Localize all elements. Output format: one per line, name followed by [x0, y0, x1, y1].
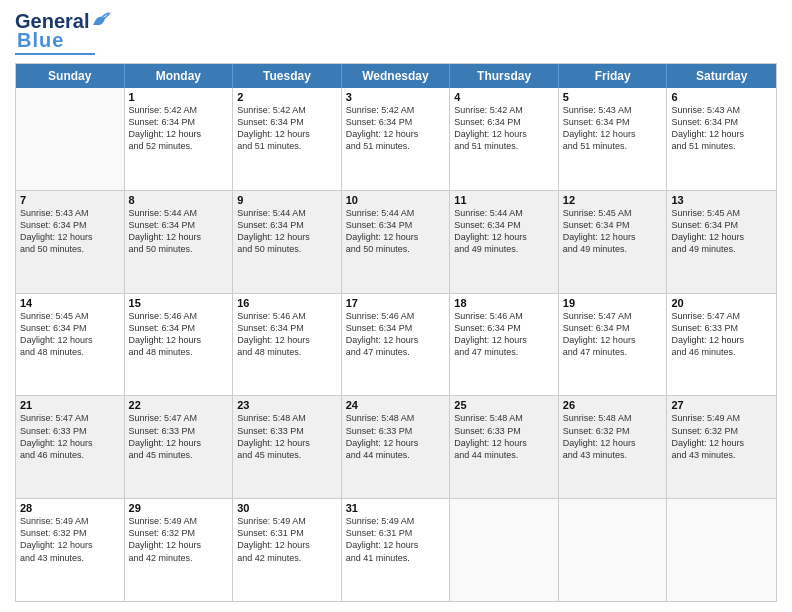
- cell-line: Sunset: 6:32 PM: [563, 425, 663, 437]
- cell-line: Daylight: 12 hours: [237, 128, 337, 140]
- cell-line: Sunset: 6:34 PM: [454, 116, 554, 128]
- cell-line: and 46 minutes.: [20, 449, 120, 461]
- cell-line: Daylight: 12 hours: [454, 334, 554, 346]
- cell-line: Daylight: 12 hours: [237, 437, 337, 449]
- cell-line: Sunset: 6:34 PM: [346, 116, 446, 128]
- cell-line: Daylight: 12 hours: [20, 539, 120, 551]
- calendar-header-cell: Monday: [125, 64, 234, 88]
- cell-line: and 51 minutes.: [671, 140, 772, 152]
- calendar-cell: 20Sunrise: 5:47 AMSunset: 6:33 PMDayligh…: [667, 294, 776, 396]
- logo-blue-text: Blue: [17, 29, 64, 52]
- cell-line: Sunrise: 5:43 AM: [671, 104, 772, 116]
- cell-line: and 48 minutes.: [237, 346, 337, 358]
- cell-line: Daylight: 12 hours: [346, 437, 446, 449]
- calendar-cell: 26Sunrise: 5:48 AMSunset: 6:32 PMDayligh…: [559, 396, 668, 498]
- cell-line: Sunset: 6:34 PM: [563, 116, 663, 128]
- day-number: 4: [454, 91, 554, 103]
- cell-line: Daylight: 12 hours: [346, 231, 446, 243]
- cell-line: Sunset: 6:34 PM: [129, 116, 229, 128]
- cell-line: Sunset: 6:34 PM: [563, 322, 663, 334]
- calendar-header-cell: Tuesday: [233, 64, 342, 88]
- day-number: 5: [563, 91, 663, 103]
- calendar: SundayMondayTuesdayWednesdayThursdayFrid…: [15, 63, 777, 602]
- cell-line: Daylight: 12 hours: [671, 334, 772, 346]
- cell-line: Sunset: 6:34 PM: [237, 116, 337, 128]
- cell-line: Daylight: 12 hours: [237, 334, 337, 346]
- cell-line: Daylight: 12 hours: [454, 231, 554, 243]
- calendar-cell: 1Sunrise: 5:42 AMSunset: 6:34 PMDaylight…: [125, 88, 234, 190]
- calendar-cell: 8Sunrise: 5:44 AMSunset: 6:34 PMDaylight…: [125, 191, 234, 293]
- calendar-cell: 12Sunrise: 5:45 AMSunset: 6:34 PMDayligh…: [559, 191, 668, 293]
- day-number: 22: [129, 399, 229, 411]
- cell-line: Daylight: 12 hours: [454, 128, 554, 140]
- calendar-cell: 17Sunrise: 5:46 AMSunset: 6:34 PMDayligh…: [342, 294, 451, 396]
- calendar-cell: 16Sunrise: 5:46 AMSunset: 6:34 PMDayligh…: [233, 294, 342, 396]
- cell-line: Sunrise: 5:46 AM: [237, 310, 337, 322]
- cell-line: and 51 minutes.: [237, 140, 337, 152]
- cell-line: Sunrise: 5:49 AM: [346, 515, 446, 527]
- cell-line: Daylight: 12 hours: [20, 437, 120, 449]
- cell-line: and 41 minutes.: [346, 552, 446, 564]
- cell-line: Sunset: 6:34 PM: [454, 219, 554, 231]
- day-number: 19: [563, 297, 663, 309]
- calendar-cell: 11Sunrise: 5:44 AMSunset: 6:34 PMDayligh…: [450, 191, 559, 293]
- cell-line: and 48 minutes.: [129, 346, 229, 358]
- cell-line: and 47 minutes.: [454, 346, 554, 358]
- day-number: 14: [20, 297, 120, 309]
- cell-line: Sunrise: 5:49 AM: [671, 412, 772, 424]
- calendar-body: 1Sunrise: 5:42 AMSunset: 6:34 PMDaylight…: [16, 88, 776, 601]
- cell-line: and 50 minutes.: [237, 243, 337, 255]
- calendar-cell: 7Sunrise: 5:43 AMSunset: 6:34 PMDaylight…: [16, 191, 125, 293]
- calendar-cell: 3Sunrise: 5:42 AMSunset: 6:34 PMDaylight…: [342, 88, 451, 190]
- cell-line: Sunrise: 5:49 AM: [20, 515, 120, 527]
- cell-line: Sunrise: 5:48 AM: [454, 412, 554, 424]
- cell-line: and 50 minutes.: [20, 243, 120, 255]
- calendar-cell: 10Sunrise: 5:44 AMSunset: 6:34 PMDayligh…: [342, 191, 451, 293]
- calendar-cell: [559, 499, 668, 601]
- calendar-cell: 27Sunrise: 5:49 AMSunset: 6:32 PMDayligh…: [667, 396, 776, 498]
- day-number: 8: [129, 194, 229, 206]
- cell-line: and 51 minutes.: [454, 140, 554, 152]
- cell-line: Sunrise: 5:44 AM: [454, 207, 554, 219]
- day-number: 21: [20, 399, 120, 411]
- cell-line: Sunrise: 5:46 AM: [129, 310, 229, 322]
- calendar-cell: 9Sunrise: 5:44 AMSunset: 6:34 PMDaylight…: [233, 191, 342, 293]
- cell-line: Daylight: 12 hours: [129, 128, 229, 140]
- calendar-cell: 6Sunrise: 5:43 AMSunset: 6:34 PMDaylight…: [667, 88, 776, 190]
- cell-line: Sunrise: 5:45 AM: [563, 207, 663, 219]
- day-number: 31: [346, 502, 446, 514]
- page: General Blue SundayMondayTuesdayWednesda…: [0, 0, 792, 612]
- day-number: 17: [346, 297, 446, 309]
- cell-line: Sunset: 6:32 PM: [671, 425, 772, 437]
- cell-line: Daylight: 12 hours: [20, 231, 120, 243]
- cell-line: Sunrise: 5:46 AM: [346, 310, 446, 322]
- cell-line: Sunrise: 5:47 AM: [563, 310, 663, 322]
- day-number: 1: [129, 91, 229, 103]
- cell-line: Sunset: 6:34 PM: [237, 219, 337, 231]
- cell-line: and 50 minutes.: [129, 243, 229, 255]
- cell-line: Daylight: 12 hours: [563, 128, 663, 140]
- day-number: 12: [563, 194, 663, 206]
- calendar-cell: 15Sunrise: 5:46 AMSunset: 6:34 PMDayligh…: [125, 294, 234, 396]
- cell-line: Sunrise: 5:44 AM: [237, 207, 337, 219]
- cell-line: Daylight: 12 hours: [454, 437, 554, 449]
- cell-line: Sunrise: 5:49 AM: [129, 515, 229, 527]
- calendar-cell: 28Sunrise: 5:49 AMSunset: 6:32 PMDayligh…: [16, 499, 125, 601]
- calendar-row: 28Sunrise: 5:49 AMSunset: 6:32 PMDayligh…: [16, 498, 776, 601]
- calendar-header: SundayMondayTuesdayWednesdayThursdayFrid…: [16, 64, 776, 88]
- cell-line: and 51 minutes.: [346, 140, 446, 152]
- cell-line: Sunset: 6:34 PM: [237, 322, 337, 334]
- cell-line: Daylight: 12 hours: [129, 437, 229, 449]
- cell-line: Sunset: 6:34 PM: [20, 219, 120, 231]
- calendar-cell: 25Sunrise: 5:48 AMSunset: 6:33 PMDayligh…: [450, 396, 559, 498]
- day-number: 6: [671, 91, 772, 103]
- cell-line: Sunset: 6:33 PM: [129, 425, 229, 437]
- cell-line: Sunset: 6:33 PM: [237, 425, 337, 437]
- day-number: 28: [20, 502, 120, 514]
- cell-line: Daylight: 12 hours: [129, 231, 229, 243]
- calendar-cell: 18Sunrise: 5:46 AMSunset: 6:34 PMDayligh…: [450, 294, 559, 396]
- calendar-header-cell: Wednesday: [342, 64, 451, 88]
- cell-line: Sunset: 6:34 PM: [20, 322, 120, 334]
- cell-line: Daylight: 12 hours: [671, 437, 772, 449]
- cell-line: and 43 minutes.: [563, 449, 663, 461]
